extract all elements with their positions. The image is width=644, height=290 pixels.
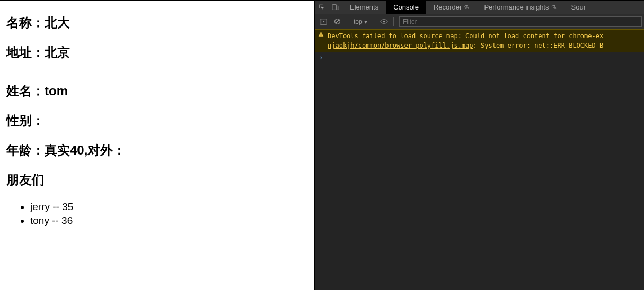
name-value: tom <box>45 84 68 98</box>
warn-tail: : System error: net::ERR_BLOCKED_B <box>473 42 604 49</box>
console-filter-input[interactable] <box>399 16 642 27</box>
age-value: 真实40,对外： <box>45 143 126 157</box>
list-item: jerry -- 35 <box>30 201 308 213</box>
list-item: tony -- 36 <box>30 215 308 226</box>
console-warning-row[interactable]: DevTools failed to load source map: Coul… <box>315 29 644 52</box>
school-name-heading: 名称：北大 <box>6 14 308 31</box>
warn-path[interactable]: njaokjh/common/browser-polyfill.js.map <box>328 42 473 49</box>
console-sidebar-toggle-icon[interactable] <box>317 16 330 28</box>
tab-elements[interactable]: Elements <box>342 1 386 14</box>
svg-rect-1 <box>337 6 339 10</box>
svg-point-8 <box>383 21 385 23</box>
school-name-label: 名称： <box>6 15 45 30</box>
beaker-icon: ⚗ <box>551 4 557 11</box>
gender-label: 性别： <box>6 113 45 128</box>
inspect-element-icon[interactable] <box>315 1 329 14</box>
tab-perf-label: Performance insights <box>484 3 549 11</box>
age-heading: 年龄：真实40,对外： <box>6 142 308 159</box>
age-label: 年龄： <box>6 143 45 157</box>
toolbar-divider <box>374 17 374 26</box>
tab-performance-insights[interactable]: Performance insights ⚗ <box>477 1 563 14</box>
beaker-icon: ⚗ <box>464 4 469 11</box>
tab-sources[interactable]: Sour <box>564 1 593 14</box>
address-label: 地址： <box>6 45 45 59</box>
console-prompt[interactable]: › <box>315 52 644 63</box>
device-toolbar-icon[interactable] <box>329 1 342 14</box>
friends-list: jerry -- 35 tony -- 36 <box>6 201 308 226</box>
name-label: 姓名： <box>6 84 45 98</box>
address-value: 北京 <box>45 45 70 59</box>
devtools-tabstrip: Elements Console Recorder ⚗ Performance … <box>315 1 644 14</box>
friends-heading: 朋友们 <box>6 171 308 188</box>
divider <box>6 74 308 74</box>
svg-line-6 <box>336 20 339 23</box>
svg-rect-11 <box>321 35 321 36</box>
console-output[interactable]: DevTools failed to load source map: Coul… <box>315 29 644 290</box>
warn-link[interactable]: chrome-ex <box>569 32 603 40</box>
tab-recorder[interactable]: Recorder ⚗ <box>426 1 477 14</box>
name-heading: 姓名：tom <box>6 83 308 99</box>
tab-console[interactable]: Console <box>386 1 426 14</box>
console-toolbar: top ▾ <box>315 14 644 29</box>
console-warning-text: DevTools failed to load source map: Coul… <box>328 31 641 50</box>
toolbar-divider <box>347 17 347 26</box>
warn-prefix: DevTools failed to load source map: Coul… <box>328 32 569 40</box>
toolbar-divider <box>393 17 394 26</box>
address-heading: 地址：北京 <box>6 44 308 61</box>
chevron-right-icon: › <box>319 54 323 61</box>
svg-rect-10 <box>321 33 321 34</box>
live-expression-icon[interactable] <box>377 16 390 28</box>
context-selector[interactable]: top ▾ <box>350 18 370 25</box>
clear-console-icon[interactable] <box>331 16 343 28</box>
svg-marker-4 <box>323 21 325 23</box>
warning-icon <box>318 31 325 37</box>
page-content: 名称：北大 地址：北京 姓名：tom 性别： 年龄：真实40,对外： 朋友们 j… <box>0 0 315 290</box>
devtools-panel: Elements Console Recorder ⚗ Performance … <box>315 0 644 290</box>
gender-heading: 性别： <box>6 112 308 129</box>
tab-recorder-label: Recorder <box>434 3 462 11</box>
svg-rect-0 <box>332 4 337 10</box>
school-name-value: 北大 <box>45 15 70 30</box>
